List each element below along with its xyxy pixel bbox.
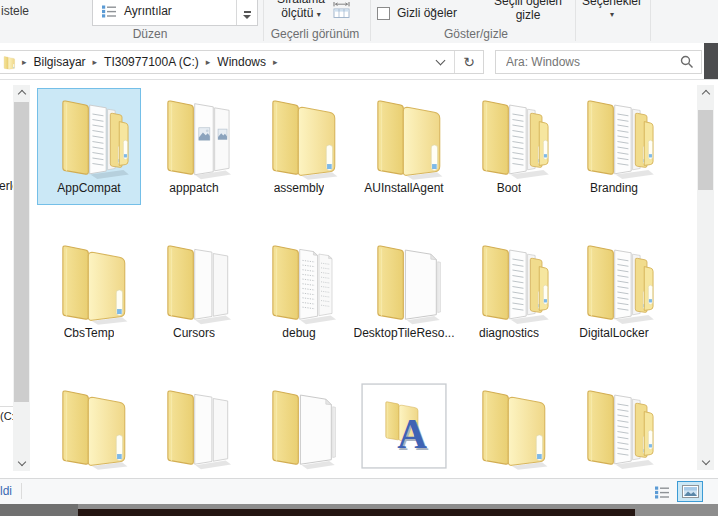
search-box[interactable] [495, 50, 702, 74]
file-label: DigitalLocker [579, 326, 648, 340]
view-gallery-clipped-item[interactable]: istele [1, 4, 29, 18]
options-button[interactable]: Seçenekler ▾ [576, 0, 648, 22]
file-label: AUInstallAgent [364, 181, 443, 195]
scroll-up-button[interactable] [13, 85, 30, 100]
main-scrollbar-thumb[interactable] [698, 110, 713, 190]
file-tile[interactable]: diagnostics [457, 233, 561, 350]
file-tile[interactable]: DigitalLocker [562, 233, 666, 350]
nav-scrollbar[interactable] [13, 85, 30, 471]
folder-images-icon [150, 92, 238, 180]
gallery-more-button[interactable] [236, 0, 257, 25]
ribbon-separator [370, 0, 371, 41]
breadcrumb-item-windows[interactable]: Windows [215, 55, 268, 69]
folder-text-pages-icon [255, 237, 343, 325]
folder-single-page-icon [360, 237, 448, 325]
folder-blank-pages-icon [150, 382, 238, 470]
file-list-area: AppCompat apppatch assembly AUInstallAge… [33, 80, 696, 478]
file-explorer-window: istele Ayrıntılar Sıralama ölçütü ▾ [0, 0, 718, 516]
large-icons-view-button[interactable] [677, 481, 703, 502]
search-input[interactable] [504, 54, 680, 70]
size-columns-icon[interactable] [333, 2, 350, 19]
search-icon [680, 55, 694, 69]
group-label-show-hide: Göster/gizle [421, 27, 531, 41]
gallery-more-bar-icon [244, 11, 251, 13]
file-tile[interactable]: apppatch [142, 88, 246, 205]
nav-scrollbar-thumb[interactable] [14, 102, 29, 402]
breadcrumb-arrow-icon: ▸ [268, 57, 283, 67]
details-view-icon [655, 486, 670, 499]
file-tile[interactable] [352, 378, 456, 478]
fonts-folder-icon [360, 382, 448, 470]
folder-documents-icon [570, 237, 658, 325]
navigation-pane-sliver: erler (C:) [0, 80, 32, 478]
folder-blank-pages-icon [150, 237, 238, 325]
scroll-up-button[interactable] [697, 85, 714, 100]
file-tile[interactable]: Branding [562, 88, 666, 205]
scroll-down-button[interactable] [13, 456, 30, 471]
toolbar-band: ▸ Bilgisayar ▸ TI30977100A (C:) ▸ Window… [0, 43, 718, 80]
file-tile[interactable] [457, 378, 561, 478]
file-label: debug [282, 326, 315, 340]
sort-by-button[interactable]: Sıralama ölçütü ▾ [266, 0, 336, 22]
file-label: diagnostics [479, 326, 539, 340]
chevron-down-icon: ▾ [317, 10, 321, 19]
address-bar[interactable]: ▸ Bilgisayar ▸ TI30977100A (C:) ▸ Window… [0, 50, 484, 74]
address-bar-controls: ↻ [431, 51, 483, 73]
ribbon-separator [650, 0, 651, 41]
layout-view-gallery: Ayrıntılar [92, 0, 258, 26]
chevron-up-icon [17, 90, 25, 98]
ribbon-view-tab: istele Ayrıntılar Sıralama ölçütü ▾ [0, 0, 718, 44]
details-view-icon [102, 5, 117, 18]
folder-plain-icon [45, 237, 133, 325]
breadcrumb-item-drive[interactable]: TI30977100A (C:) [102, 55, 201, 69]
file-tile[interactable] [562, 378, 666, 478]
hide-selected-items-button[interactable]: Seçili öğeleri gizle [484, 0, 572, 22]
address-dropdown-chevron-icon[interactable] [436, 56, 446, 66]
desktop-wallpaper-sliver [78, 509, 635, 516]
breadcrumb-arrow-icon: ▸ [201, 57, 216, 67]
file-tile[interactable] [37, 378, 141, 478]
file-label: Cursors [173, 326, 215, 340]
folder-single-page-icon [255, 382, 343, 470]
file-tile[interactable]: DesktopTileReso... [352, 233, 456, 350]
chevron-down-icon [17, 458, 25, 466]
status-bar: ldi [0, 478, 718, 504]
scroll-down-button[interactable] [697, 455, 714, 470]
file-tile[interactable] [142, 378, 246, 478]
file-tile[interactable]: assembly [247, 88, 351, 205]
folder-documents-icon [570, 92, 658, 180]
folder-plain-icon [465, 382, 553, 470]
breadcrumb-item-computer[interactable]: Bilgisayar [32, 55, 88, 69]
main-scrollbar[interactable] [697, 85, 714, 470]
folder-plain-icon [255, 92, 343, 180]
file-tile[interactable]: Cursors [142, 233, 246, 350]
group-label-current-view: Geçerli görünüm [260, 27, 370, 41]
thumbnails-view-icon [682, 485, 699, 498]
breadcrumb-arrow-icon: ▸ [17, 57, 32, 67]
file-label: DesktopTileReso... [354, 326, 455, 340]
file-tile[interactable]: CbsTemp [37, 233, 141, 350]
address-folder-icon [0, 55, 17, 70]
file-tile[interactable]: AppCompat [37, 88, 141, 205]
file-tile[interactable] [247, 378, 351, 478]
file-tile[interactable]: Boot [457, 88, 561, 205]
gallery-more-arrow-icon [243, 15, 251, 19]
hidden-items-label[interactable]: Gizli öğeler [397, 6, 457, 20]
details-view-button[interactable] [651, 483, 673, 501]
chevron-down-icon: ▾ [576, 8, 648, 22]
folder-plain-icon [45, 382, 133, 470]
breadcrumb-arrow-icon: ▸ [88, 57, 103, 67]
folder-documents-icon [465, 237, 553, 325]
hidden-items-checkbox[interactable] [377, 7, 390, 20]
file-label: apppatch [169, 181, 218, 195]
folder-documents-icon [45, 92, 133, 180]
file-label: Branding [590, 181, 638, 195]
view-option-label: Ayrıntılar [124, 4, 172, 18]
view-option-details[interactable]: Ayrıntılar [102, 4, 172, 18]
file-tile[interactable]: AUInstallAgent [352, 88, 456, 205]
refresh-icon: ↻ [463, 54, 475, 70]
refresh-button[interactable]: ↻ [454, 51, 483, 73]
sort-by-line2: ölçütü ▾ [266, 6, 336, 22]
file-tile[interactable]: debug [247, 233, 351, 350]
file-label: CbsTemp [64, 326, 115, 340]
